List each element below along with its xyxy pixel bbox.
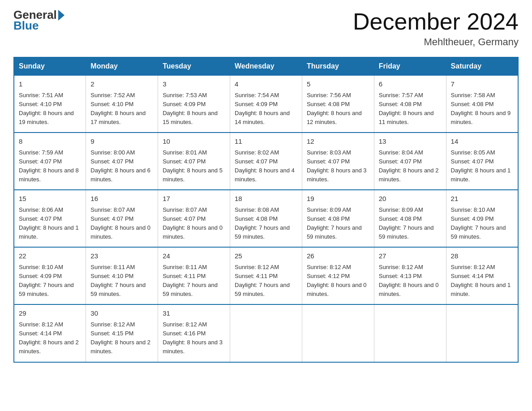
calendar-day-5: 5Sunrise: 7:56 AMSunset: 4:08 PMDaylight… bbox=[302, 75, 374, 133]
day-info: Sunrise: 7:51 AMSunset: 4:10 PMDaylight:… bbox=[19, 92, 74, 125]
day-number: 4 bbox=[235, 79, 297, 90]
calendar-day-27: 27Sunrise: 8:12 AMSunset: 4:13 PMDayligh… bbox=[374, 247, 446, 304]
day-info: Sunrise: 8:08 AMSunset: 4:08 PMDaylight:… bbox=[235, 206, 290, 240]
day-info: Sunrise: 7:56 AMSunset: 4:08 PMDaylight:… bbox=[307, 92, 362, 125]
weekday-header-thursday: Thursday bbox=[302, 57, 374, 75]
calendar-day-3: 3Sunrise: 7:53 AMSunset: 4:09 PMDaylight… bbox=[158, 75, 230, 133]
day-number: 27 bbox=[379, 251, 442, 261]
day-info: Sunrise: 8:00 AMSunset: 4:07 PMDaylight:… bbox=[90, 149, 150, 183]
calendar-day-24: 24Sunrise: 8:11 AMSunset: 4:11 PMDayligh… bbox=[158, 247, 230, 304]
day-number: 3 bbox=[163, 79, 225, 90]
weekday-header-sunday: Sunday bbox=[14, 57, 86, 75]
calendar-day-31: 31Sunrise: 8:12 AMSunset: 4:16 PMDayligh… bbox=[158, 304, 230, 362]
day-info: Sunrise: 8:12 AMSunset: 4:16 PMDaylight:… bbox=[163, 321, 223, 355]
weekday-header-tuesday: Tuesday bbox=[158, 57, 230, 75]
day-info: Sunrise: 7:58 AMSunset: 4:08 PMDaylight:… bbox=[451, 92, 511, 125]
calendar-empty-cell bbox=[446, 304, 518, 362]
day-number: 31 bbox=[163, 308, 225, 319]
day-info: Sunrise: 8:09 AMSunset: 4:08 PMDaylight:… bbox=[307, 206, 362, 240]
day-info: Sunrise: 8:01 AMSunset: 4:07 PMDaylight:… bbox=[163, 149, 223, 183]
day-info: Sunrise: 8:11 AMSunset: 4:11 PMDaylight:… bbox=[163, 264, 218, 297]
day-info: Sunrise: 7:54 AMSunset: 4:09 PMDaylight:… bbox=[235, 92, 290, 125]
page-header: General Blue December 2024 Mehltheuer, G… bbox=[13, 9, 519, 48]
day-number: 15 bbox=[19, 194, 81, 204]
calendar-day-8: 8Sunrise: 7:59 AMSunset: 4:07 PMDaylight… bbox=[14, 133, 86, 190]
calendar-day-26: 26Sunrise: 8:12 AMSunset: 4:12 PMDayligh… bbox=[302, 247, 374, 304]
day-info: Sunrise: 7:53 AMSunset: 4:09 PMDaylight:… bbox=[163, 92, 218, 125]
calendar-day-4: 4Sunrise: 7:54 AMSunset: 4:09 PMDaylight… bbox=[230, 75, 302, 133]
calendar-day-21: 21Sunrise: 8:10 AMSunset: 4:09 PMDayligh… bbox=[446, 190, 518, 247]
day-info: Sunrise: 7:52 AMSunset: 4:10 PMDaylight:… bbox=[90, 92, 146, 125]
calendar-week-row-5: 29Sunrise: 8:12 AMSunset: 4:14 PMDayligh… bbox=[14, 304, 518, 362]
day-info: Sunrise: 8:06 AMSunset: 4:07 PMDaylight:… bbox=[19, 206, 79, 240]
calendar-day-19: 19Sunrise: 8:09 AMSunset: 4:08 PMDayligh… bbox=[302, 190, 374, 247]
calendar-day-22: 22Sunrise: 8:10 AMSunset: 4:09 PMDayligh… bbox=[14, 247, 86, 304]
calendar-day-15: 15Sunrise: 8:06 AMSunset: 4:07 PMDayligh… bbox=[14, 190, 86, 247]
calendar-empty-cell bbox=[374, 304, 446, 362]
calendar-day-6: 6Sunrise: 7:57 AMSunset: 4:08 PMDaylight… bbox=[374, 75, 446, 133]
day-number: 10 bbox=[163, 137, 225, 147]
day-number: 25 bbox=[235, 251, 297, 261]
calendar-day-29: 29Sunrise: 8:12 AMSunset: 4:14 PMDayligh… bbox=[14, 304, 86, 362]
day-number: 22 bbox=[19, 251, 81, 261]
day-info: Sunrise: 8:12 AMSunset: 4:12 PMDaylight:… bbox=[307, 264, 367, 297]
location-title: Mehltheuer, Germany bbox=[353, 36, 519, 48]
calendar-empty-cell bbox=[302, 304, 374, 362]
day-number: 13 bbox=[379, 137, 442, 147]
day-info: Sunrise: 8:12 AMSunset: 4:14 PMDaylight:… bbox=[451, 264, 511, 297]
day-number: 14 bbox=[451, 137, 513, 147]
calendar-week-row-2: 8Sunrise: 7:59 AMSunset: 4:07 PMDaylight… bbox=[14, 133, 518, 190]
day-number: 20 bbox=[379, 194, 442, 204]
day-number: 6 bbox=[379, 79, 442, 90]
day-info: Sunrise: 8:12 AMSunset: 4:15 PMDaylight:… bbox=[90, 321, 150, 355]
day-number: 17 bbox=[163, 194, 225, 204]
day-number: 28 bbox=[451, 251, 513, 261]
calendar-day-25: 25Sunrise: 8:12 AMSunset: 4:11 PMDayligh… bbox=[230, 247, 302, 304]
day-info: Sunrise: 8:05 AMSunset: 4:07 PMDaylight:… bbox=[451, 149, 511, 183]
day-number: 30 bbox=[90, 308, 153, 319]
day-number: 26 bbox=[307, 251, 369, 261]
calendar-day-14: 14Sunrise: 8:05 AMSunset: 4:07 PMDayligh… bbox=[446, 133, 518, 190]
day-number: 2 bbox=[90, 79, 153, 90]
calendar-day-12: 12Sunrise: 8:03 AMSunset: 4:07 PMDayligh… bbox=[302, 133, 374, 190]
calendar-day-7: 7Sunrise: 7:58 AMSunset: 4:08 PMDaylight… bbox=[446, 75, 518, 133]
calendar-day-23: 23Sunrise: 8:11 AMSunset: 4:10 PMDayligh… bbox=[86, 247, 158, 304]
day-number: 16 bbox=[90, 194, 153, 204]
calendar-table: SundayMondayTuesdayWednesdayThursdayFrid… bbox=[13, 57, 519, 362]
calendar-day-1: 1Sunrise: 7:51 AMSunset: 4:10 PMDaylight… bbox=[14, 75, 86, 133]
day-info: Sunrise: 8:10 AMSunset: 4:09 PMDaylight:… bbox=[19, 264, 74, 297]
day-number: 21 bbox=[451, 194, 513, 204]
day-number: 8 bbox=[19, 137, 81, 147]
day-info: Sunrise: 8:02 AMSunset: 4:07 PMDaylight:… bbox=[235, 149, 295, 183]
calendar-day-10: 10Sunrise: 8:01 AMSunset: 4:07 PMDayligh… bbox=[158, 133, 230, 190]
day-info: Sunrise: 8:03 AMSunset: 4:07 PMDaylight:… bbox=[307, 149, 367, 183]
day-number: 9 bbox=[90, 137, 153, 147]
day-number: 5 bbox=[307, 79, 369, 90]
title-block: December 2024 Mehltheuer, Germany bbox=[353, 9, 519, 48]
day-number: 24 bbox=[163, 251, 225, 261]
day-info: Sunrise: 8:12 AMSunset: 4:14 PMDaylight:… bbox=[19, 321, 79, 355]
weekday-header-saturday: Saturday bbox=[446, 57, 518, 75]
day-info: Sunrise: 7:59 AMSunset: 4:07 PMDaylight:… bbox=[19, 149, 79, 183]
weekday-header-wednesday: Wednesday bbox=[230, 57, 302, 75]
day-info: Sunrise: 8:12 AMSunset: 4:13 PMDaylight:… bbox=[379, 264, 439, 297]
calendar-day-11: 11Sunrise: 8:02 AMSunset: 4:07 PMDayligh… bbox=[230, 133, 302, 190]
calendar-week-row-4: 22Sunrise: 8:10 AMSunset: 4:09 PMDayligh… bbox=[14, 247, 518, 304]
calendar-day-17: 17Sunrise: 8:07 AMSunset: 4:07 PMDayligh… bbox=[158, 190, 230, 247]
logo-blue-text: Blue bbox=[13, 19, 39, 33]
calendar-day-28: 28Sunrise: 8:12 AMSunset: 4:14 PMDayligh… bbox=[446, 247, 518, 304]
calendar-day-2: 2Sunrise: 7:52 AMSunset: 4:10 PMDaylight… bbox=[86, 75, 158, 133]
day-number: 23 bbox=[90, 251, 153, 261]
day-number: 19 bbox=[307, 194, 369, 204]
weekday-header-row: SundayMondayTuesdayWednesdayThursdayFrid… bbox=[14, 57, 518, 75]
weekday-header-monday: Monday bbox=[86, 57, 158, 75]
calendar-day-16: 16Sunrise: 8:07 AMSunset: 4:07 PMDayligh… bbox=[86, 190, 158, 247]
day-info: Sunrise: 8:07 AMSunset: 4:07 PMDaylight:… bbox=[90, 206, 150, 240]
day-info: Sunrise: 7:57 AMSunset: 4:08 PMDaylight:… bbox=[379, 92, 434, 125]
day-info: Sunrise: 8:10 AMSunset: 4:09 PMDaylight:… bbox=[451, 206, 506, 240]
calendar-day-13: 13Sunrise: 8:04 AMSunset: 4:07 PMDayligh… bbox=[374, 133, 446, 190]
calendar-week-row-1: 1Sunrise: 7:51 AMSunset: 4:10 PMDaylight… bbox=[14, 75, 518, 133]
calendar-day-20: 20Sunrise: 8:09 AMSunset: 4:08 PMDayligh… bbox=[374, 190, 446, 247]
day-info: Sunrise: 8:07 AMSunset: 4:07 PMDaylight:… bbox=[163, 206, 223, 240]
calendar-week-row-3: 15Sunrise: 8:06 AMSunset: 4:07 PMDayligh… bbox=[14, 190, 518, 247]
